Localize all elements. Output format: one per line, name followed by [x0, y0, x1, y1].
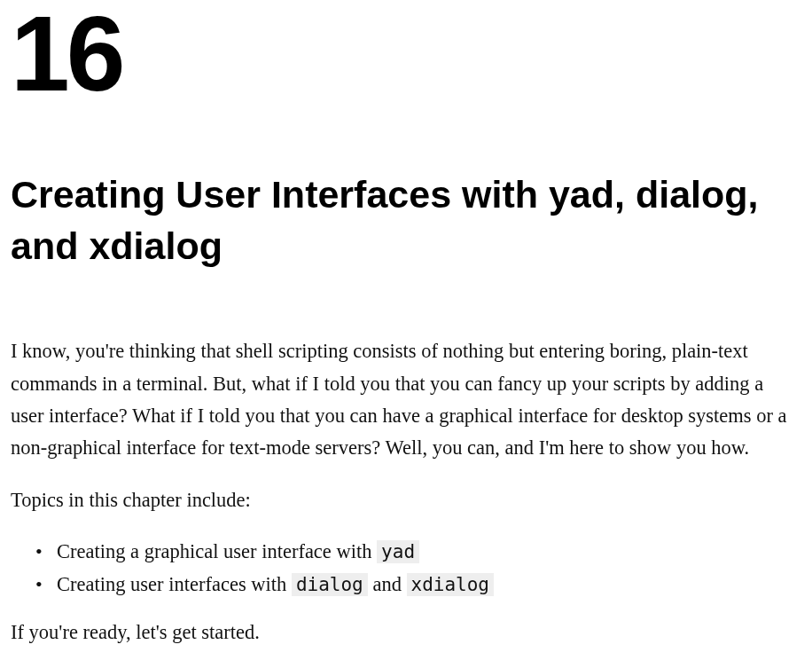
closing-paragraph: If you're ready, let's get started.	[11, 617, 801, 648]
chapter-title: Creating User Interfaces with yad, dialo…	[11, 169, 801, 271]
intro-paragraph: I know, you're thinking that shell scrip…	[11, 335, 801, 465]
chapter-number: 16	[11, 0, 801, 106]
code-inline: xdialog	[407, 573, 495, 596]
topics-intro: Topics in this chapter include:	[11, 484, 801, 516]
list-text-prefix: Creating user interfaces with	[57, 573, 292, 595]
list-text-middle: and	[368, 573, 407, 595]
topics-list: Creating a graphical user interface with…	[57, 536, 801, 601]
code-inline: dialog	[292, 573, 368, 596]
code-inline: yad	[377, 540, 419, 563]
list-item: Creating a graphical user interface with…	[57, 536, 801, 568]
list-item: Creating user interfaces with dialog and…	[57, 569, 801, 601]
list-text-prefix: Creating a graphical user interface with	[57, 540, 377, 562]
